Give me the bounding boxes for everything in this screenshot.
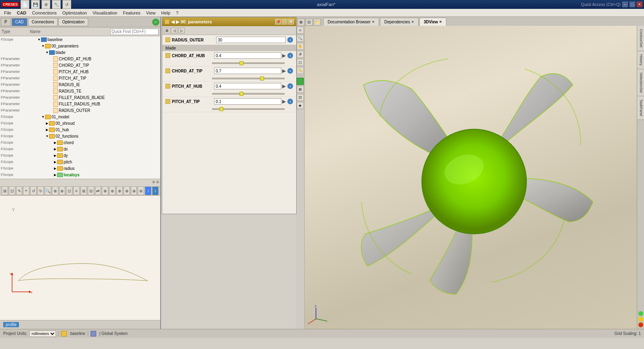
radius-outer-input[interactable] bbox=[216, 37, 286, 43]
param-chord-hub-arrow[interactable]: ▶ bbox=[282, 53, 286, 58]
2d-tool-20[interactable]: ⊕ bbox=[138, 187, 144, 196]
tab-3dview[interactable]: 3DView ✕ bbox=[419, 18, 446, 26]
2d-tool-18[interactable]: ⊕ bbox=[124, 187, 130, 196]
titlebar-icon-1[interactable]: 📄 bbox=[21, 0, 29, 9]
vtb-select[interactable]: ◻ bbox=[297, 59, 304, 66]
titlebar-close[interactable]: ✕ bbox=[637, 2, 642, 7]
titlebar-minimize[interactable]: ─ bbox=[622, 2, 628, 7]
2d-tool-17[interactable]: ⊕ bbox=[116, 187, 123, 196]
tree-item-localsys[interactable]: FScope ▶ localsys bbox=[0, 171, 160, 178]
param-pitch-hub-slider[interactable] bbox=[212, 93, 285, 95]
2d-tool-10[interactable]: ⊡ bbox=[66, 187, 72, 196]
2d-tool-3[interactable]: ✎ bbox=[16, 187, 23, 196]
rtab-history[interactable]: History bbox=[637, 51, 644, 69]
param-chord-tip-arrow[interactable]: ▶ bbox=[282, 68, 286, 74]
2d-tool-13[interactable]: ⊟ bbox=[88, 187, 94, 196]
tab-3dview-close[interactable]: ✕ bbox=[439, 20, 442, 24]
3d-viewport[interactable]: ⊹ 🔍 ✋ ↺ ◻ 📏 ⊞ ⊡ ◈ bbox=[296, 26, 644, 329]
3d-tb-view[interactable]: ⊡ bbox=[305, 19, 313, 26]
params-close-btn[interactable]: ✕ bbox=[288, 19, 294, 25]
titlebar-icon-5[interactable]: ↺ bbox=[62, 0, 71, 9]
2d-tool-5[interactable]: ↺ bbox=[30, 187, 37, 196]
tab-p[interactable]: P bbox=[1, 18, 11, 26]
2d-tool-7[interactable]: 🔍 bbox=[45, 187, 51, 196]
tree-item-00-shroud[interactable]: FScope ▶ 00_shroud bbox=[0, 120, 160, 126]
tree-item-fillet-hub[interactable]: FParameter FILLET_RADIUS_HUB bbox=[0, 101, 160, 107]
tree-panel[interactable]: FScope ▼ baseline ▼ 00_parameters ▼ bbox=[0, 36, 160, 179]
2d-tool-16[interactable]: ⊕ bbox=[109, 187, 116, 196]
menu-help[interactable]: Help bbox=[159, 10, 173, 16]
2d-tool-22[interactable]: i bbox=[152, 187, 159, 196]
tab-doc-browser[interactable]: Documentation Browser ✕ bbox=[323, 18, 379, 26]
rtab-contourset[interactable]: ContourSet bbox=[637, 26, 644, 51]
param-chord-tip-slider[interactable] bbox=[212, 78, 285, 79]
tree-item-01-hub[interactable]: FScope ▶ 01_hub bbox=[0, 126, 160, 133]
2d-tool-4[interactable]: ⌖ bbox=[23, 187, 29, 196]
rtab-selectionset[interactable]: SelectionSet bbox=[637, 69, 644, 97]
vtb-measure[interactable]: 📏 bbox=[297, 67, 304, 74]
tab-cad[interactable]: CAD bbox=[12, 18, 27, 26]
status-units-select[interactable]: millimeters meters inches bbox=[29, 330, 56, 337]
vtb-zoom[interactable]: 🔍 bbox=[297, 35, 304, 42]
param-pitch-hub-info[interactable]: i bbox=[287, 83, 293, 89]
tree-item-chord-hub[interactable]: FParameter CHORD_AT_HUB bbox=[0, 56, 160, 62]
vtb-btn4[interactable]: ◈ bbox=[297, 102, 304, 109]
tree-item-02-functions[interactable]: FScope ▼ 02_functions bbox=[0, 133, 160, 139]
param-chord-hub-input[interactable] bbox=[214, 52, 281, 59]
menu-visualization[interactable]: Visualization bbox=[90, 10, 120, 16]
param-pitch-hub-arrow[interactable]: ▶ bbox=[282, 83, 286, 89]
tab-doc-browser-close[interactable]: ✕ bbox=[372, 20, 375, 24]
tab-optimization[interactable]: Optimization bbox=[58, 18, 88, 26]
tree-item-chord-tip[interactable]: FParameter CHORD_AT_TIP bbox=[0, 62, 160, 68]
menu-view[interactable]: View bbox=[144, 10, 158, 16]
vtb-rotate[interactable]: ↺ bbox=[297, 51, 304, 58]
titlebar-icon-3[interactable]: ⚙ bbox=[41, 0, 50, 9]
tree-item-blade[interactable]: ▼ blade bbox=[0, 49, 160, 56]
2d-tool-2[interactable]: ⊡ bbox=[9, 187, 15, 196]
param-chord-hub-slider[interactable] bbox=[212, 62, 285, 64]
2d-tool-1[interactable]: ⊞ bbox=[2, 187, 8, 196]
tree-item-dy[interactable]: FScope ▶ dy bbox=[0, 152, 160, 159]
tree-item-baseline[interactable]: FScope ▼ baseline bbox=[0, 36, 160, 43]
2d-tool-19[interactable]: ⊕ bbox=[131, 187, 137, 196]
tree-item-00-params[interactable]: ▼ 00_parameters bbox=[0, 43, 160, 49]
param-chord-hub-info[interactable]: i bbox=[287, 53, 293, 58]
params-tb-2[interactable]: ◁ bbox=[171, 28, 178, 33]
params-nav-back[interactable]: ◀ bbox=[171, 19, 174, 25]
tree-item-radius[interactable]: FScope ▶ radius bbox=[0, 165, 160, 171]
menu-file[interactable]: File bbox=[2, 10, 14, 16]
param-pitch-tip-arrow[interactable]: ▶ bbox=[282, 99, 286, 104]
2d-tool-11[interactable]: ≡ bbox=[73, 187, 80, 196]
tree-item-01-model[interactable]: FScope ▼ 01_model bbox=[0, 114, 160, 120]
menu-question[interactable]: ? bbox=[173, 10, 181, 16]
tree-item-dx[interactable]: FScope ▶ dx bbox=[0, 146, 160, 152]
tree-item-pitch-tip[interactable]: FParameter PITCH_AT_TIP bbox=[0, 75, 160, 81]
vtb-btn3[interactable]: ⊡ bbox=[297, 94, 304, 101]
radius-outer-info[interactable]: i bbox=[287, 37, 293, 43]
2d-tool-8[interactable]: ⊕ bbox=[52, 187, 58, 196]
vtb-pan[interactable]: ✋ bbox=[297, 43, 304, 50]
vtb-green1[interactable] bbox=[297, 78, 304, 85]
menu-features[interactable]: Features bbox=[120, 10, 142, 16]
tree-item-radius-outer[interactable]: FParameter RADIUS_OUTER bbox=[0, 107, 160, 114]
tab-dependencies-close[interactable]: ✕ bbox=[411, 20, 414, 24]
3d-tb-tree[interactable]: 📁 bbox=[314, 19, 321, 26]
params-pin-btn[interactable]: 📌 bbox=[275, 19, 281, 25]
2d-tool-15[interactable]: ⊕ bbox=[102, 187, 108, 196]
param-pitch-tip-slider[interactable] bbox=[212, 108, 285, 110]
param-pitch-tip-input[interactable] bbox=[214, 98, 281, 105]
tree-item-pitch[interactable]: FScope ▶ pitch bbox=[0, 159, 160, 165]
menu-cad[interactable]: CAD bbox=[14, 10, 29, 16]
menu-connections[interactable]: Connections bbox=[30, 10, 59, 16]
titlebar-icon-4[interactable]: 🔧 bbox=[52, 0, 61, 9]
rtab-taskpanel[interactable]: TaskPanel bbox=[637, 96, 644, 120]
tab-dependencies[interactable]: Dependencies ✕ bbox=[380, 18, 419, 26]
tree-item-radius-te[interactable]: FParameter RADIUS_TE bbox=[0, 88, 160, 94]
2d-tool-6[interactable]: ↻ bbox=[37, 187, 44, 196]
param-pitch-hub-input[interactable] bbox=[214, 83, 281, 89]
tree-item-pitch-hub[interactable]: FParameter PITCH_AT_HUB bbox=[0, 68, 160, 75]
params-expand-btn[interactable]: □ bbox=[282, 19, 287, 25]
vtb-cursor[interactable]: ⊹ bbox=[297, 27, 304, 34]
menu-optimization[interactable]: Optimization bbox=[60, 10, 89, 16]
params-tb-1[interactable]: ⊞ bbox=[164, 28, 170, 33]
